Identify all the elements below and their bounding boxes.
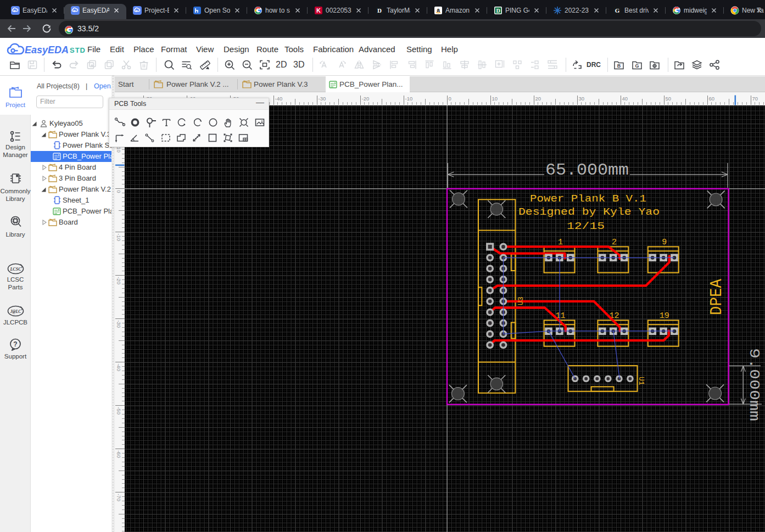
svg-text:LCSC: LCSC [9, 267, 21, 272]
svg-text:40: 40 [622, 96, 628, 102]
svg-text:9.000mm: 9.000mm [746, 348, 762, 421]
svg-text:9: 9 [662, 238, 667, 247]
svg-text:J@LC: J@LC [10, 309, 22, 314]
svg-text:-40: -40 [116, 363, 122, 371]
svg-text:Designed by Kyle Yao: Designed by Kyle Yao [518, 206, 660, 217]
svg-text:-50: -50 [116, 407, 122, 415]
svg-text:U1: U1 [637, 377, 645, 385]
svg-text:2: 2 [612, 238, 617, 247]
svg-text:60: 60 [709, 96, 715, 102]
svg-text:-40: -40 [275, 96, 283, 102]
svg-text:0: 0 [116, 190, 122, 193]
svg-text:D: D [496, 8, 500, 14]
svg-text:-20: -20 [362, 96, 370, 102]
svg-text:12/15: 12/15 [567, 221, 605, 232]
svg-text:D: D [377, 7, 382, 14]
svg-text:10: 10 [116, 147, 122, 153]
svg-text:G: G [615, 7, 620, 14]
svg-text:a: a [437, 7, 440, 13]
svg-text:-30: -30 [116, 320, 122, 328]
svg-text:DPEA: DPEA [707, 279, 726, 315]
svg-text:-10: -10 [116, 233, 122, 241]
svg-text:19: 19 [660, 311, 669, 321]
svg-text:-20: -20 [116, 277, 122, 284]
svg-text:-10: -10 [405, 96, 413, 102]
svg-text:G: G [635, 63, 639, 69]
svg-text:65.000mm: 65.000mm [545, 161, 629, 180]
svg-text:70: 70 [752, 96, 758, 102]
svg-text:-30: -30 [319, 96, 326, 102]
svg-text:20: 20 [535, 96, 541, 102]
svg-text:EasyEDA: EasyEDA [25, 44, 69, 55]
svg-text:30: 30 [579, 96, 585, 102]
svg-text:10: 10 [492, 96, 498, 102]
svg-text:?: ? [13, 340, 17, 348]
svg-text:0: 0 [449, 96, 451, 102]
svg-text:B: B [617, 63, 621, 69]
svg-text:K: K [316, 7, 321, 14]
svg-text:-70: -70 [116, 494, 122, 501]
svg-text:Power Plank B V.1: Power Plank B V.1 [530, 193, 646, 204]
svg-text:U3: U3 [517, 296, 525, 305]
svg-text:-60: -60 [116, 450, 122, 458]
svg-text:50: 50 [666, 96, 672, 102]
